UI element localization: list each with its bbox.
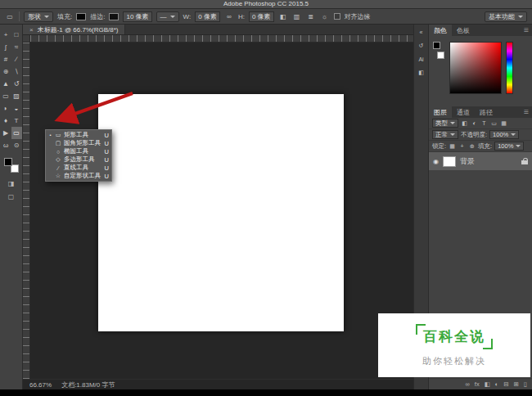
- path-operations-icon[interactable]: ◧: [278, 13, 288, 20]
- document-tab[interactable]: × 未标题-1 @ 66.7%(RGB/8*): [23, 25, 125, 34]
- lock-label: 锁定:: [432, 142, 446, 151]
- tool-type[interactable]: T: [11, 115, 22, 127]
- gear-icon[interactable]: ☼: [320, 13, 330, 20]
- layer-thumbnail[interactable]: [443, 156, 456, 167]
- status-bar: 66.67% 文档:1.83M/0 字节: [23, 379, 413, 389]
- tab-layers[interactable]: 图层: [429, 106, 452, 118]
- collapse-panels-icon[interactable]: «: [420, 29, 423, 35]
- layer-group-icon[interactable]: ⊟: [503, 380, 508, 388]
- tab-swatches[interactable]: 色板: [452, 25, 475, 36]
- width-field[interactable]: 0 像素: [195, 11, 220, 22]
- tool-clone-stamp[interactable]: ▲: [1, 78, 11, 90]
- stroke-type-dropdown[interactable]: —: [156, 11, 179, 22]
- properties-panel-icon[interactable]: ◧: [418, 70, 424, 76]
- lock-position-icon[interactable]: +: [458, 143, 466, 149]
- height-field[interactable]: 0 像素: [249, 11, 274, 22]
- screen-mode-icon[interactable]: ▢: [8, 193, 15, 200]
- blend-mode-dropdown[interactable]: 正常: [432, 130, 458, 139]
- learn-panel-icon[interactable]: Ai: [418, 56, 423, 62]
- tool-eraser[interactable]: ▭: [1, 90, 11, 102]
- foreground-color-swatch[interactable]: [433, 42, 440, 49]
- tool-healing-brush[interactable]: ⊕: [1, 65, 11, 78]
- align-edges-checkbox[interactable]: [334, 13, 340, 20]
- flyout-item-line-tool[interactable]: ∕ 直线工具 U: [46, 164, 111, 172]
- foreground-color-swatch[interactable]: [4, 158, 12, 166]
- history-panel-icon[interactable]: ↺: [419, 43, 424, 49]
- tool-quick-selection[interactable]: ≈: [11, 41, 22, 53]
- current-tool-icon[interactable]: ▭: [5, 13, 15, 20]
- fill-swatch[interactable]: [76, 13, 86, 20]
- flyout-item-rectangle-tool[interactable]: • ▭ 矩形工具 U: [46, 131, 111, 139]
- tool-eyedropper[interactable]: ∕: [11, 53, 22, 65]
- flyout-item-shortcut: U: [105, 173, 109, 180]
- link-layers-icon[interactable]: ∞: [465, 380, 469, 388]
- tool-hand[interactable]: ω: [1, 139, 11, 151]
- document-size-info[interactable]: 文档:1.83M/0 字节: [61, 380, 115, 389]
- adjustment-layer-icon[interactable]: ◐: [495, 380, 499, 388]
- flyout-item-ellipse-tool[interactable]: ○ 椭圆工具 U: [46, 147, 111, 155]
- path-alignment-icon[interactable]: ▥: [292, 13, 302, 20]
- layer-visibility-icon[interactable]: ◉: [433, 158, 439, 165]
- stroke-width-field[interactable]: 10 像素: [123, 11, 151, 22]
- filter-smart-objects-icon[interactable]: ▦: [500, 120, 507, 127]
- tool-path-selection[interactable]: ▶: [1, 127, 11, 139]
- panel-menu-icon[interactable]: ☰: [524, 25, 532, 36]
- selected-marker-icon: •: [48, 133, 52, 137]
- tool-zoom[interactable]: ⊙: [11, 139, 22, 151]
- close-icon[interactable]: ×: [29, 26, 34, 34]
- shape-tools-flyout-menu: • ▭ 矩形工具 U ▢ 圆角矩形工具 U ○ 椭圆工具 U ◇ 多边形工具 U…: [45, 129, 112, 182]
- fill-opacity-field[interactable]: 100%: [494, 142, 524, 151]
- canvas-area[interactable]: [23, 35, 413, 379]
- rounded-rectangle-tool-icon: ▢: [55, 140, 61, 146]
- flyout-item-polygon-tool[interactable]: ◇ 多边形工具 U: [46, 155, 111, 164]
- tool-lasso[interactable]: ʃ: [1, 41, 11, 53]
- new-layer-icon[interactable]: ⊞: [514, 380, 519, 388]
- document-canvas[interactable]: [98, 94, 344, 331]
- path-arrangement-icon[interactable]: ≣: [306, 13, 316, 20]
- lock-pixels-icon[interactable]: ⊕: [468, 143, 476, 150]
- zoom-level[interactable]: 66.67%: [29, 381, 52, 389]
- lock-transparency-icon[interactable]: ▦: [449, 143, 456, 150]
- chevron-down-icon: [450, 133, 455, 136]
- color-spectrum-picker[interactable]: [449, 42, 502, 94]
- flyout-item-rounded-rectangle-tool[interactable]: ▢ 圆角矩形工具 U: [46, 139, 111, 147]
- filter-adjustment-layers-icon[interactable]: ◐: [471, 120, 478, 126]
- flyout-item-custom-shape-tool[interactable]: ☆ 自定形状工具 U: [46, 172, 111, 180]
- link-dimensions-icon[interactable]: ∞: [224, 13, 234, 20]
- filter-type-layers-icon[interactable]: T: [480, 120, 488, 126]
- tab-color[interactable]: 颜色: [429, 25, 452, 36]
- layer-row-background[interactable]: ◉ 背景: [429, 152, 532, 170]
- tool-move[interactable]: +: [1, 29, 11, 41]
- color-panel-tabs: 颜色 色板 ☰: [429, 25, 532, 36]
- tool-mode-dropdown[interactable]: 形状: [24, 11, 53, 22]
- hue-slider[interactable]: [506, 42, 513, 94]
- tab-channels[interactable]: 通道: [452, 106, 475, 118]
- tool-crop[interactable]: #: [1, 53, 11, 65]
- layer-mask-icon[interactable]: ◧: [485, 380, 490, 388]
- tab-paths[interactable]: 路径: [475, 106, 498, 118]
- tool-pen[interactable]: ♦: [1, 115, 11, 127]
- ruler-corner[interactable]: [23, 35, 30, 43]
- dodge-tool-icon: ◒: [15, 105, 19, 112]
- filter-shape-layers-icon[interactable]: ▭: [490, 120, 498, 127]
- tool-gradient[interactable]: ▨: [11, 90, 22, 102]
- tool-rectangle[interactable]: ▭: [11, 127, 22, 139]
- opacity-field[interactable]: 100%: [489, 130, 519, 139]
- tool-brush[interactable]: ∖: [11, 65, 22, 78]
- filter-pixel-layers-icon[interactable]: ◧: [461, 120, 468, 127]
- vertical-ruler[interactable]: [23, 43, 30, 379]
- layer-effects-icon[interactable]: fx: [475, 380, 480, 388]
- tool-dodge[interactable]: ◒: [11, 102, 22, 115]
- tool-blur[interactable]: ◗: [1, 102, 11, 115]
- panel-menu-icon[interactable]: ☰: [524, 106, 532, 118]
- stroke-swatch[interactable]: [109, 13, 119, 20]
- horizontal-ruler[interactable]: [30, 35, 413, 43]
- height-value: 0 像素: [252, 12, 271, 21]
- background-color-swatch[interactable]: [437, 52, 444, 59]
- layer-filter-dropdown[interactable]: 类型: [432, 119, 458, 128]
- quick-mask-icon[interactable]: ◨: [8, 180, 15, 187]
- delete-layer-icon[interactable]: ▯: [524, 380, 527, 388]
- tool-history-brush[interactable]: ↺: [11, 78, 22, 90]
- tool-marquee[interactable]: □: [11, 29, 22, 41]
- workspace-switcher[interactable]: 基本功能: [485, 11, 527, 22]
